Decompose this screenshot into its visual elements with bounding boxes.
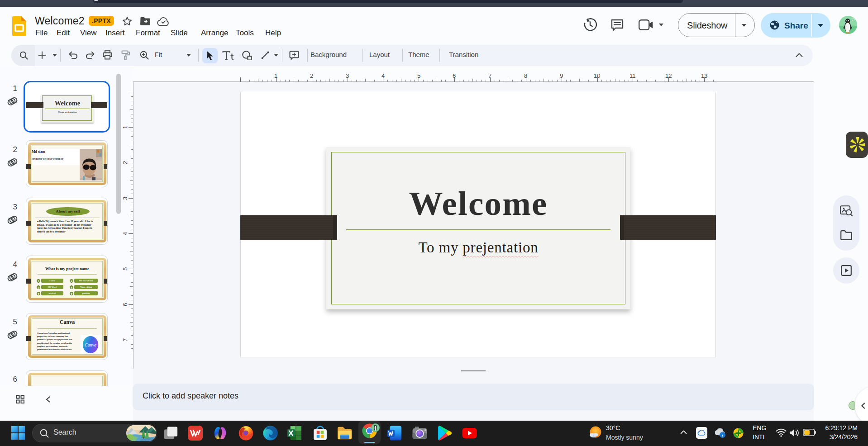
svg-text:Canva: Canva <box>85 342 96 347</box>
